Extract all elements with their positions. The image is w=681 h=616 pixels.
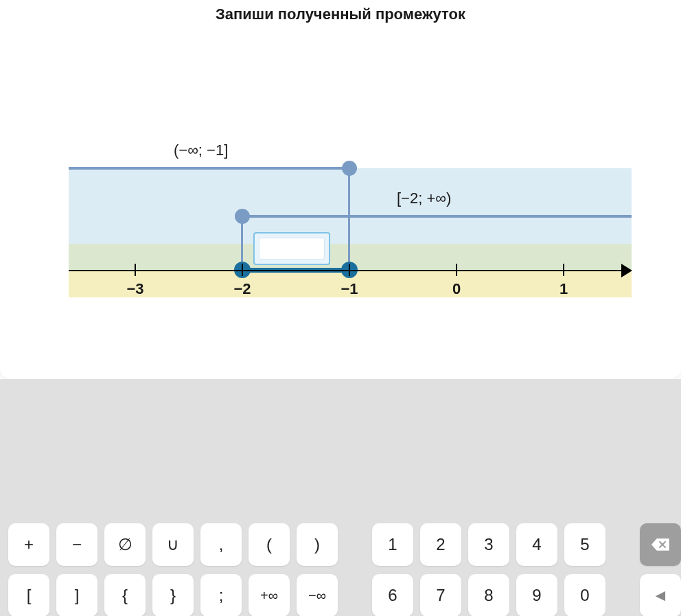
key-3[interactable]: 3 (468, 523, 509, 566)
key-union[interactable]: ∪ (152, 523, 194, 566)
math-keypad: + − ∅ ∪ , ( ) 1 2 3 4 5 OK (0, 523, 681, 616)
backspace-icon (651, 538, 669, 551)
shade-interval2 (69, 218, 632, 244)
key-row-1: + − ∅ ∪ , ( ) 1 2 3 4 5 OK (8, 523, 673, 566)
key-lparen[interactable]: ( (249, 523, 290, 566)
tick-n2 (242, 264, 243, 276)
key-minus[interactable]: − (56, 523, 97, 566)
key-6[interactable]: 6 (372, 574, 413, 616)
number-line-diagram: (−∞; −1] [−2; +∞) −3 −2 −1 0 1 (69, 124, 632, 298)
key-8[interactable]: 8 (468, 574, 509, 616)
answer-box-container (253, 232, 330, 265)
key-lbrace[interactable]: { (104, 574, 146, 616)
key-row-2: [ ] { } ; +∞ −∞ 6 7 8 9 0 ◄ ► (8, 574, 673, 616)
tick-0 (456, 264, 457, 276)
tick-label-n1: −1 (340, 280, 358, 298)
interval1-line (69, 167, 349, 170)
tick-label-0: 0 (452, 280, 461, 298)
key-plus-infinity[interactable]: +∞ (249, 574, 290, 616)
key-backspace[interactable] (640, 523, 681, 566)
key-1[interactable]: 1 (372, 523, 413, 566)
tick-label-1: 1 (559, 280, 568, 298)
interval2-label: [−2; +∞) (397, 190, 451, 207)
key-plus[interactable]: + (8, 523, 49, 566)
key-7[interactable]: 7 (420, 574, 461, 616)
interval2-line (242, 215, 632, 218)
tick-1 (563, 264, 564, 276)
key-0[interactable]: 0 (564, 574, 605, 616)
key-9[interactable]: 9 (516, 574, 557, 616)
tick-n1 (349, 264, 350, 276)
key-4[interactable]: 4 (516, 523, 557, 566)
interval1-end-dot (342, 161, 357, 176)
key-lbracket[interactable]: [ (8, 574, 49, 616)
key-2[interactable]: 2 (420, 523, 461, 566)
interval1-label: (−∞; −1] (174, 141, 228, 159)
answer-input[interactable] (259, 238, 325, 260)
tick-label-n2: −2 (233, 280, 251, 298)
tick-n3 (135, 264, 136, 276)
axis-arrow-icon (621, 264, 632, 277)
key-rbracket[interactable]: ] (56, 574, 97, 616)
key-rparen[interactable]: ) (297, 523, 338, 566)
interval1-endline (348, 167, 350, 271)
key-rbrace[interactable]: } (152, 574, 194, 616)
key-minus-infinity[interactable]: −∞ (297, 574, 338, 616)
content-card: Запиши полученный промежуток (−∞; −1] [−… (0, 0, 681, 379)
key-comma[interactable]: , (200, 523, 242, 566)
tick-label-n3: −3 (126, 280, 143, 298)
key-5[interactable]: 5 (564, 523, 605, 566)
interval2-start-dot (235, 209, 250, 224)
page-title: Запиши полученный промежуток (0, 5, 681, 23)
key-nav-left[interactable]: ◄ (640, 574, 681, 616)
key-semicolon[interactable]: ; (200, 574, 242, 616)
key-empty-set[interactable]: ∅ (104, 523, 146, 566)
